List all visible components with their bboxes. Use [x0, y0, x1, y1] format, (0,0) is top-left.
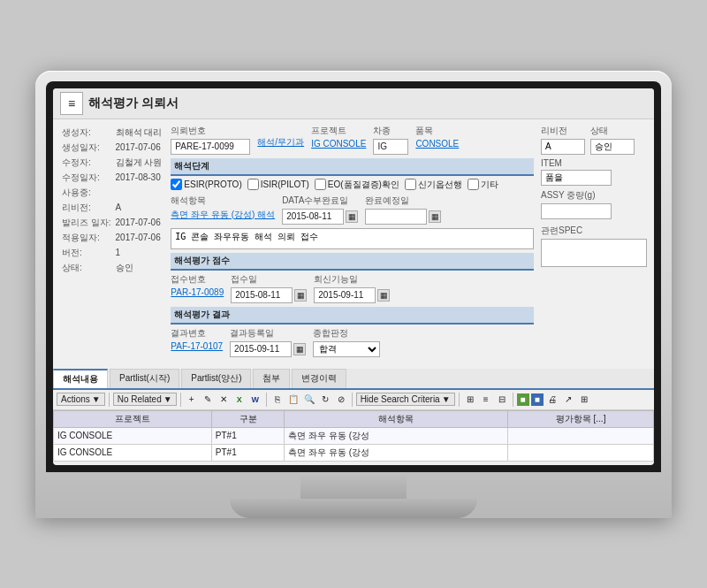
table-header: 구분 — [211, 410, 285, 427]
paste-icon[interactable]: 📋 — [286, 393, 300, 407]
add-icon[interactable]: + — [185, 393, 199, 407]
complete-date-calendar-icon[interactable]: ▦ — [429, 210, 441, 223]
checkbox-input-isir[interactable] — [247, 179, 259, 190]
left-meta-panel: 생성자:최해석 대리생성일자:2017-07-06수정자:김철게 사원수정일자:… — [60, 125, 163, 360]
version-input[interactable] — [373, 139, 408, 155]
grid-icon[interactable]: ⊞ — [577, 393, 591, 407]
revision-input[interactable] — [541, 139, 585, 155]
version-group: 차종 — [373, 125, 408, 155]
table-header: 프로젝트 — [54, 410, 212, 427]
page-title: 해석평가 의뢰서 — [88, 95, 179, 111]
application: ≡ 해석평가 의뢰서 생성자:최해석 대리생성일자:2017-07-06수정자:… — [53, 88, 654, 465]
score-func-calendar-icon[interactable]: ▦ — [377, 289, 390, 302]
meta-value: 김철게 사원 — [114, 155, 164, 170]
checkbox-esir[interactable]: ESIR(PROTO) — [171, 179, 241, 190]
tab-partlist_end[interactable]: Partlist(양산) — [181, 369, 251, 388]
checkbox-input-new[interactable] — [405, 179, 416, 190]
tab-history[interactable]: 변경이력 — [292, 369, 346, 388]
right-panel: 리비전 상태 ITEM — [541, 125, 647, 360]
edit-icon[interactable]: ✎ — [201, 393, 215, 407]
overall-select[interactable]: 합격 불합격 조건부합격 — [313, 341, 380, 357]
toolbar: Actions ▼ No Related ▼ + ✎ ✕ X W — [53, 390, 654, 410]
result-date-wrap: ▦ — [230, 341, 306, 357]
analysis-item-link[interactable]: 측면 좌우 유동 (강성) 해석 — [171, 209, 275, 221]
meta-row: 적용일자:2017-07-06 — [60, 230, 163, 245]
score-date-input[interactable] — [231, 287, 293, 303]
print-icon[interactable]: 🖨 — [545, 393, 559, 407]
checkbox-input-esir[interactable] — [171, 179, 182, 190]
meta-label: 생성자: — [60, 125, 114, 140]
meta-value: 2017-07-06 — [114, 140, 164, 155]
overall-label: 종합판정 — [313, 327, 380, 340]
project-link[interactable]: IG CONSOLE — [311, 139, 366, 149]
app-icon: ≡ — [60, 92, 83, 115]
delete-icon[interactable]: ✕ — [217, 393, 231, 407]
search-icon[interactable]: 🔍 — [302, 393, 316, 407]
checkbox-eo[interactable]: EO(품질결증)확인 — [315, 179, 399, 191]
checkbox-input-other[interactable] — [468, 179, 479, 190]
right-panel-row1: 리비전 상태 — [541, 125, 647, 155]
checkbox-input-eo[interactable] — [315, 179, 326, 190]
table-cell — [508, 444, 654, 461]
monitor-screen: ≡ 해석평가 의뢰서 생성자:최해석 대리생성일자:2017-07-06수정자:… — [53, 88, 654, 465]
monitor-stand-neck — [300, 472, 407, 499]
assy-input[interactable] — [541, 203, 612, 219]
data-complete-calendar-icon[interactable]: ▦ — [346, 210, 358, 223]
table-row[interactable]: IG CONSOLEPT#1측면 좌우 유동 (강성 — [54, 427, 654, 444]
doc-link[interactable]: 해석/무기과 — [257, 136, 304, 149]
hide-search-dropdown[interactable]: Hide Search Criteria ▼ — [356, 393, 455, 406]
checkbox-isir[interactable]: ISIR(PILOT) — [247, 179, 309, 190]
result-date-calendar-icon[interactable]: ▦ — [293, 343, 306, 355]
complete-date-input[interactable] — [365, 209, 427, 225]
result-date-input[interactable] — [230, 341, 292, 357]
score-func-col: 회신기능일 ▦ — [314, 273, 390, 303]
analysis-item-label: 해석항목 — [171, 195, 275, 207]
refresh-icon[interactable]: ↻ — [318, 393, 332, 407]
monitor-outer: ≡ 해석평가 의뢰서 생성자:최해석 대리생성일자:2017-07-06수정자:… — [35, 71, 672, 518]
filter-icon[interactable]: ⊘ — [334, 393, 348, 407]
item-dropdown-input[interactable] — [541, 170, 612, 186]
score-func-input[interactable] — [314, 287, 376, 303]
data-complete-date-input[interactable] — [282, 209, 344, 225]
result-row: 결과변호 PAF-17-0107 결과등록일 ▦ — [171, 327, 534, 357]
score-number-link[interactable]: PAR-17-0089 — [171, 287, 224, 297]
excel-icon[interactable]: X — [232, 393, 247, 407]
version-label: 차종 — [373, 125, 408, 137]
meta-value: 2017-07-06 — [114, 230, 164, 245]
result-date-col: 결과등록일 ▦ — [230, 327, 306, 357]
actions-dropdown[interactable]: Actions ▼ — [57, 393, 105, 406]
status-input[interactable] — [590, 139, 635, 155]
table-wrapper: 프로젝트구분해석항목평가항목 [...]IG CONSOLEPT#1측면 좌우 … — [53, 410, 654, 465]
copy-icon[interactable]: ⎘ — [270, 393, 285, 407]
meta-label: 상태: — [60, 260, 114, 275]
toolbar-sep-4 — [352, 393, 353, 407]
layout-icon-1[interactable]: ⊞ — [463, 393, 477, 407]
analysis-stage-checkboxes: ESIR(PROTO) ISIR(PILOT) EO(품질결증)확인 신기옵선행… — [171, 179, 534, 191]
meta-label: 리비전: — [60, 200, 114, 215]
table-row[interactable]: IG CONSOLEPT#1측면 좌우 유동 (강성 — [54, 444, 654, 461]
table-cell — [508, 427, 654, 444]
tab-attach[interactable]: 첨부 — [253, 369, 290, 388]
layout-icon-2[interactable]: ≡ — [479, 393, 493, 407]
doc-number-input[interactable] — [171, 139, 250, 155]
memo-textarea[interactable] — [171, 228, 534, 249]
word-icon[interactable]: W — [248, 393, 262, 407]
overall-col: 종합판정 합격 불합격 조건부합격 — [313, 327, 380, 357]
item-link[interactable]: CONSOLE — [415, 139, 459, 149]
score-section-header: 해석평가 점수 — [171, 253, 534, 271]
no-related-dropdown[interactable]: No Related ▼ — [113, 393, 177, 406]
layout-icon-3[interactable]: ⊟ — [495, 393, 509, 407]
revision-group: 리비전 — [541, 125, 585, 155]
tab-analysis[interactable]: 해석내용 — [53, 369, 108, 388]
monitor-stand-base — [230, 499, 477, 518]
checkbox-other[interactable]: 기타 — [468, 179, 498, 191]
meta-label: 수정자: — [60, 155, 114, 170]
table-cell: 측면 좌우 유동 (강성 — [285, 444, 508, 461]
score-date-calendar-icon[interactable]: ▦ — [294, 289, 307, 302]
monitor-bezel: ≡ 해석평가 의뢰서 생성자:최해석 대리생성일자:2017-07-06수정자:… — [46, 81, 661, 472]
meta-row: 생성일자:2017-07-06 — [60, 140, 163, 155]
result-number-link[interactable]: PAF-17-0107 — [171, 341, 223, 351]
export-icon[interactable]: ↗ — [561, 393, 575, 407]
checkbox-new[interactable]: 신기옵선행 — [405, 179, 462, 191]
tab-partlist_start[interactable]: Partlist(시작) — [110, 369, 179, 388]
